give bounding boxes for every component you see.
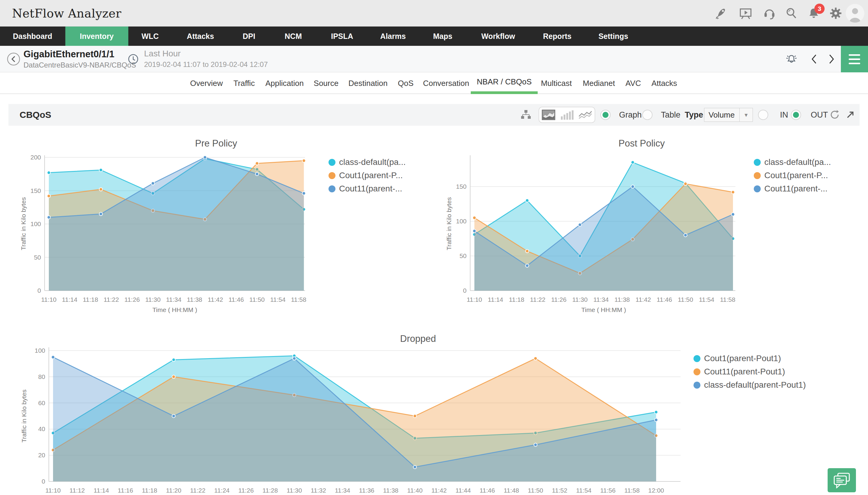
post-policy-legend: class-default(pa...Cout1(parent-P...Cout… bbox=[754, 156, 831, 195]
data-point bbox=[204, 156, 207, 159]
x-tick-label: 11:42 bbox=[208, 296, 223, 303]
x-tick-label: 11:20 bbox=[166, 487, 181, 494]
data-point bbox=[302, 159, 306, 163]
x-tick-label: 11:54 bbox=[270, 296, 285, 303]
data-point bbox=[172, 358, 175, 361]
y-tick-label: 40 bbox=[38, 425, 45, 432]
legend-swatch bbox=[694, 369, 700, 375]
data-point bbox=[473, 229, 476, 233]
legend-item[interactable]: Cout1(parent-P... bbox=[754, 169, 831, 182]
pre-policy-title: Pre Policy bbox=[195, 138, 237, 149]
data-point bbox=[99, 168, 103, 172]
x-tick-label: 11:18 bbox=[509, 296, 524, 303]
legend-swatch bbox=[694, 382, 700, 389]
dropped-title: Dropped bbox=[400, 334, 436, 344]
data-point bbox=[172, 375, 175, 378]
data-point bbox=[302, 192, 306, 195]
legend-label: Cout1(parent-Pout1) bbox=[704, 354, 781, 363]
y-tick-label: 100 bbox=[35, 347, 45, 354]
x-tick-label: 11:42 bbox=[636, 296, 651, 303]
legend-swatch bbox=[754, 172, 761, 179]
legend-swatch bbox=[694, 355, 700, 362]
chat-bubbles-icon bbox=[832, 472, 851, 488]
x-tick-label: 11:16 bbox=[118, 487, 133, 494]
legend-swatch bbox=[754, 159, 761, 166]
y-tick-label: 60 bbox=[38, 399, 45, 406]
legend-swatch bbox=[329, 185, 335, 192]
x-tick-label: 11:50 bbox=[528, 487, 543, 494]
legend-item[interactable]: Cout11(parent-Pout1) bbox=[694, 365, 806, 378]
x-tick-label: 11:50 bbox=[249, 296, 265, 303]
x-tick-label: 11:26 bbox=[124, 296, 140, 303]
x-tick-label: 11:10 bbox=[467, 296, 482, 303]
pre-x-axis-label: Time ( HH:MM ) bbox=[153, 306, 197, 313]
data-point bbox=[413, 465, 417, 469]
legend-item[interactable]: Cout11(parent-... bbox=[754, 182, 831, 195]
data-point bbox=[731, 213, 734, 216]
data-point bbox=[151, 182, 155, 185]
legend-item[interactable]: Cout11(parent-... bbox=[329, 182, 406, 195]
x-tick-label: 11:40 bbox=[407, 487, 422, 494]
post-policy-title: Post Policy bbox=[619, 138, 664, 149]
notification-badge: 3 bbox=[814, 4, 824, 14]
x-tick-label: 11:58 bbox=[291, 296, 306, 303]
data-point bbox=[52, 355, 55, 359]
x-tick-label: 11:14 bbox=[94, 487, 109, 494]
data-point bbox=[684, 234, 687, 237]
x-tick-label: 12:00 bbox=[648, 487, 664, 494]
x-tick-label: 11:30 bbox=[287, 487, 302, 494]
data-point bbox=[631, 185, 635, 188]
feedback-chat-button[interactable] bbox=[828, 468, 856, 492]
data-point bbox=[473, 216, 476, 220]
legend-label: Cout11(parent-Pout1) bbox=[704, 367, 785, 377]
data-point bbox=[413, 414, 417, 418]
y-tick-label: 50 bbox=[459, 252, 467, 259]
legend-label: Cout1(parent-P... bbox=[339, 171, 403, 180]
x-tick-label: 11:24 bbox=[214, 487, 230, 494]
data-point bbox=[534, 443, 537, 446]
legend-label: Cout1(parent-P... bbox=[764, 171, 828, 180]
legend-swatch bbox=[754, 185, 761, 192]
x-tick-label: 11:22 bbox=[190, 487, 206, 494]
legend-item[interactable]: class-default(parent-Pout1) bbox=[694, 378, 806, 392]
legend-item[interactable]: Cout1(parent-P... bbox=[329, 169, 406, 182]
y-tick-label: 150 bbox=[31, 187, 41, 194]
legend-item[interactable]: class-default(pa... bbox=[329, 156, 406, 169]
x-tick-label: 11:26 bbox=[551, 296, 567, 303]
y-tick-label: 50 bbox=[34, 254, 41, 261]
data-point bbox=[526, 249, 529, 253]
x-tick-label: 11:30 bbox=[572, 296, 588, 303]
legend-label: class-default(parent-Pout1) bbox=[704, 380, 806, 390]
x-tick-label: 11:32 bbox=[311, 487, 326, 494]
x-tick-label: 11:26 bbox=[238, 487, 254, 494]
x-tick-label: 11:38 bbox=[187, 296, 202, 303]
x-tick-label: 11:18 bbox=[83, 296, 98, 303]
legend-item[interactable]: Cout1(parent-Pout1) bbox=[694, 352, 806, 365]
x-tick-label: 11:34 bbox=[335, 487, 350, 494]
data-point bbox=[534, 357, 537, 360]
data-point bbox=[655, 419, 658, 422]
legend-item[interactable]: class-default(pa... bbox=[754, 156, 831, 169]
x-tick-label: 11:14 bbox=[488, 296, 503, 303]
x-tick-label: 11:46 bbox=[228, 296, 244, 303]
chart-post: 05010015011:1011:1411:1811:2211:2611:301… bbox=[456, 155, 735, 303]
x-tick-label: 11:10 bbox=[46, 487, 61, 494]
legend-label: Cout11(parent-... bbox=[764, 184, 828, 193]
data-point bbox=[99, 188, 103, 191]
x-tick-label: 11:50 bbox=[678, 296, 693, 303]
x-tick-label: 11:52 bbox=[552, 487, 567, 494]
y-tick-label: 200 bbox=[31, 154, 41, 161]
x-tick-label: 11:54 bbox=[699, 296, 714, 303]
data-point bbox=[526, 264, 529, 268]
x-tick-label: 11:38 bbox=[383, 487, 398, 494]
y-tick-label: 20 bbox=[38, 451, 45, 459]
data-point bbox=[631, 161, 635, 164]
x-tick-label: 11:12 bbox=[70, 487, 85, 494]
data-point bbox=[255, 161, 259, 165]
data-point bbox=[526, 199, 529, 202]
x-tick-label: 11:34 bbox=[166, 296, 181, 303]
data-point bbox=[293, 357, 296, 360]
x-tick-label: 11:28 bbox=[262, 487, 278, 494]
charts-canvas: 05010015020011:1011:1411:1811:2211:2611:… bbox=[0, 0, 868, 495]
y-tick-label: 0 bbox=[37, 287, 41, 294]
